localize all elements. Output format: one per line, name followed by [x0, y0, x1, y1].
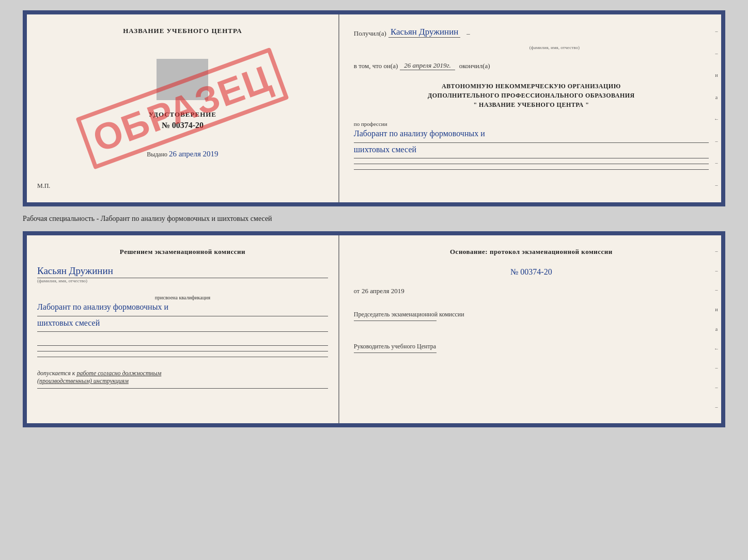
- received-label: Получил(а): [354, 29, 386, 38]
- extra-underline2: [37, 351, 328, 351]
- underline4: [354, 169, 709, 170]
- profession-text1: Лаборант по анализу формовочных и: [354, 127, 709, 140]
- b-dash3: –: [713, 287, 720, 293]
- photo-placeholder: [157, 59, 208, 100]
- qualification-label: присвоена квалификация: [37, 295, 328, 300]
- mp-label: М.П.: [37, 182, 50, 190]
- profession-block: по профессии Лаборант по анализу формово…: [354, 121, 709, 170]
- org-block: АВТОНОМНУЮ НЕКОММЕРЧЕСКУЮ ОРГАНИЗАЦИЮ ДО…: [354, 82, 709, 109]
- certificate-label: УДОСТОВЕРЕНИЕ: [149, 110, 216, 119]
- qualification-block: присвоена квалификация Лаборант по анали…: [37, 295, 328, 332]
- extra-lines: [37, 343, 328, 357]
- b-dash4: и: [713, 307, 720, 312]
- left-panel: НАЗВАНИЕ УЧЕБНОГО ЦЕНТРА УДОСТОВЕРЕНИЕ №…: [27, 14, 339, 202]
- director-signature: [354, 353, 437, 353]
- extra-underline1: [37, 345, 328, 346]
- director-label: Руководитель учебного Центра: [354, 343, 709, 350]
- commission-text: Решением экзаменационной комиссии: [37, 248, 328, 256]
- b-dash1: –: [713, 249, 720, 254]
- issued-label: Выдано: [147, 151, 167, 158]
- recipient-name: Касьян Дружинин: [388, 27, 460, 38]
- admission-text2: (производственным) инструкциям: [37, 377, 328, 385]
- training-center-title: НАЗВАНИЕ УЧЕБНОГО ЦЕНТРА: [123, 27, 242, 35]
- dash1: –: [713, 29, 720, 34]
- b-dash6: ←: [713, 346, 720, 351]
- admission-prefix: допускается к: [37, 370, 75, 377]
- from-label: от: [354, 287, 360, 295]
- org-line3: " НАЗВАНИЕ УЧЕБНОГО ЦЕНТРА ": [354, 100, 709, 109]
- dash6: –: [713, 139, 720, 144]
- dash2: –: [713, 51, 720, 56]
- extra-underline3: [37, 357, 328, 357]
- underline2: [354, 158, 709, 158]
- completed-date: 26 апреля 2019г.: [400, 61, 455, 70]
- middle-text: Рабочая специальность - Лаборант по анал…: [23, 213, 725, 225]
- org-line1: АВТОНОМНУЮ НЕКОММЕРЧЕСКУЮ ОРГАНИЗАЦИЮ: [354, 82, 709, 91]
- org-line2: ДОПОЛНИТЕЛЬНОГО ПРОФЕССИОНАЛЬНОГО ОБРАЗО…: [354, 91, 709, 100]
- chairman-block: Председатель экзаменационной комиссии: [354, 311, 709, 323]
- from-date-row: от 26 апреля 2019: [354, 287, 709, 295]
- bottom-left-panel: Решением экзаменационной комиссии Касьян…: [27, 235, 339, 423]
- b-dash5: а: [713, 327, 720, 332]
- name-block: Касьян Дружинин (фамилия, имя, отчество): [37, 265, 328, 283]
- date-row: в том, что он(а) 26 апреля 2019г. окончи…: [354, 61, 709, 70]
- qual-underline2: [37, 331, 328, 332]
- dash8: –: [713, 183, 720, 188]
- bottom-right-panel: Основание: протокол экзаменационной коми…: [339, 235, 721, 423]
- protocol-number: № 00374-20: [510, 267, 552, 276]
- b-dash9: –: [713, 405, 720, 410]
- chairman-label: Председатель экзаменационной комиссии: [354, 311, 709, 318]
- basis-label: Основание: протокол экзаменационной коми…: [354, 248, 709, 256]
- dash7: –: [713, 161, 720, 166]
- profession-label: по профессии: [354, 121, 709, 127]
- b-dash2: –: [713, 268, 720, 274]
- name-sublabel: (фамилия, имя, отчество): [400, 45, 709, 50]
- issued-date-value: 26 апреля 2019: [169, 150, 219, 158]
- dash3: и: [713, 73, 720, 78]
- certificate-number: № 00374-20: [162, 121, 204, 130]
- admission-underline: [37, 388, 328, 389]
- admission-text: работе согласно должностным: [76, 370, 161, 377]
- issued-date: Выдано 26 апреля 2019: [147, 150, 218, 158]
- chairman-signature: [354, 321, 437, 321]
- profession-text2: шихтовых смесей: [354, 143, 709, 156]
- b-dash8: –: [713, 385, 720, 390]
- admission-block: допускается к работе согласно должностны…: [37, 370, 328, 389]
- qual-text1: Лаборант по анализу формовочных и: [37, 300, 328, 314]
- dash4: а: [713, 95, 720, 100]
- right-panel: Получил(а) Касьян Дружинин – (фамилия, и…: [339, 14, 721, 202]
- side-lines: – – и а ← – – –: [712, 14, 721, 202]
- top-document: НАЗВАНИЕ УЧЕБНОГО ЦЕНТРА УДОСТОВЕРЕНИЕ №…: [23, 10, 725, 206]
- admission-label: допускается к работе согласно должностны…: [37, 370, 328, 377]
- received-row: Получил(а) Касьян Дружинин –: [354, 27, 709, 38]
- qual-text2: шихтовых смесей: [37, 316, 328, 330]
- underline3: [354, 164, 709, 164]
- document-container: НАЗВАНИЕ УЧЕБНОГО ЦЕНТРА УДОСТОВЕРЕНИЕ №…: [23, 10, 725, 427]
- person-name: Касьян Дружинин: [37, 265, 328, 278]
- bottom-side-lines: – – – и а ← – – –: [712, 235, 721, 423]
- bottom-document: Решением экзаменационной комиссии Касьян…: [23, 231, 725, 427]
- protocol-number-block: № 00374-20: [354, 267, 709, 277]
- name-caption: (фамилия, имя, отчество): [37, 278, 328, 283]
- b-dash7: –: [713, 365, 720, 371]
- in-that-label: в том, что он(а): [354, 62, 398, 70]
- dash5: ←: [713, 117, 720, 122]
- from-date: 26 апреля 2019: [362, 287, 404, 295]
- completed-label: окончил(а): [459, 62, 490, 70]
- director-block: Руководитель учебного Центра: [354, 343, 709, 355]
